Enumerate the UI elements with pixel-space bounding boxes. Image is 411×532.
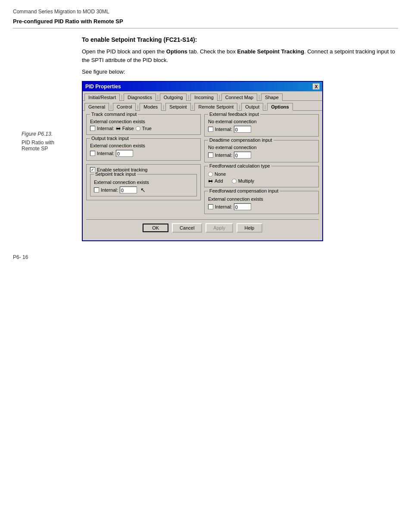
pid-body: Track command input External connection … [83,111,322,240]
dialog-title: PID Properties [85,84,121,90]
feedforward-comp-title: Feedforward compensation input [208,188,280,193]
tab-control[interactable]: Control [113,103,136,111]
ff-multiply-label: Multiply [238,178,254,184]
tab-initial-restart[interactable]: Initial/Restart [84,93,120,101]
page-footer: P6- 16 [13,254,398,260]
setpoint-internal-label: Internal: [101,187,118,193]
deadtime-input[interactable]: 0 [234,152,251,159]
ff-none-label: None [215,171,226,177]
tab-general[interactable]: General [84,103,109,111]
output-track-status: External connection exists [90,143,197,148]
feedforward-comp-group: Feedforward compensation input External … [204,191,319,214]
deadtime-title: Deadtime compensation input [208,137,274,143]
feedforward-calc-group: Feedforward calculation type None Add [204,166,319,187]
ff-add-radio[interactable] [208,179,213,184]
see-figure: See figure below: [82,68,398,75]
figure-caption: PID Ratio with Remote SP [22,140,73,152]
tab-row-2: General | Control | Modes | Setpoint | R… [83,101,322,111]
ext-feedback-checkbox[interactable] [208,127,213,132]
intro-heading: To enable Setpoint Tracking (FC21-S14): [82,36,398,43]
ff-none-radio[interactable] [208,172,213,177]
ff-comp-status: External connection exists [208,196,315,202]
deadtime-group: Deadtime compensation input No external … [204,140,319,162]
cancel-button[interactable]: Cancel [172,223,202,233]
right-column: External feedback input No external conn… [204,114,319,218]
tab-modes[interactable]: Modes [140,103,162,111]
track-internal-checkbox[interactable] [90,126,95,131]
track-true-label: True [142,126,152,131]
section-heading: Pre-configured PID Ratio with Remote SP [13,18,398,25]
external-feedback-group: External feedback input No external conn… [204,114,319,137]
setpoint-track-title: Setpoint track input [94,171,137,177]
output-track-group: Output track input External connection e… [86,138,201,161]
ext-feedback-input[interactable]: 0 [234,126,251,133]
close-button[interactable]: X [313,84,320,90]
tab-outgoing[interactable]: Outgoing [160,93,187,101]
track-false-label: False [122,126,134,131]
cursor-icon: ↖ [140,187,146,193]
track-command-title: Track command input [90,112,138,117]
divider [13,28,398,28]
track-command-status: External connection exists [90,119,197,124]
tab-output[interactable]: Output [241,103,263,111]
feedforward-calc-title: Feedforward calculation type [208,163,271,168]
ext-feedback-label: Internal: [215,127,232,132]
ff-comp-input[interactable]: 0 [234,203,251,210]
setpoint-track-status: External connection exists [94,180,193,185]
figure-label: Figure P6.13. [22,131,73,137]
setpoint-internal-checkbox[interactable] [94,187,99,193]
doc-title: Command Series Migration to MOD 30ML [13,9,398,15]
ff-comp-checkbox[interactable] [208,204,213,209]
ok-button[interactable]: OK [143,224,168,232]
intro-para: Open the PID block and open the Options … [82,47,398,64]
setpoint-internal-input[interactable]: 0 [120,187,137,193]
output-internal-input[interactable]: 0 [116,150,133,157]
deadtime-label: Internal: [215,152,232,158]
ff-comp-label: Internal: [215,204,232,209]
ff-multiply-radio[interactable] [232,179,237,184]
tab-incoming[interactable]: Incoming [190,93,218,101]
deadtime-checkbox[interactable] [208,152,213,158]
tab-options[interactable]: Options [267,103,293,111]
tab-connect-map[interactable]: Connect Map [221,93,257,101]
tab-shape[interactable]: Shape [261,93,283,101]
dialog-buttons: OK Cancel Apply Help [86,219,319,237]
setpoint-track-subgroup: Setpoint track input External connection… [90,174,197,196]
external-feedback-title: External feedback input [208,112,260,117]
tab-setpoint[interactable]: Setpoint [165,103,190,111]
track-command-group: Track command input External connection … [86,114,201,135]
deadtime-status: No external connection [208,145,315,150]
track-true-radio[interactable] [136,126,140,131]
left-column: Track command input External connection … [86,114,201,218]
pid-titlebar: PID Properties X [83,82,322,91]
tab-row-1: Initial/Restart | Diagnostics | Outgoing… [83,91,322,101]
external-feedback-status: No external connection [208,119,315,124]
tab-diagnostics[interactable]: Diagnostics [124,93,156,101]
output-internal-label: Internal: [97,151,114,156]
apply-button[interactable]: Apply [206,223,233,233]
enable-setpoint-group: Enable setpoint tracking Setpoint track … [86,164,201,200]
pid-dialog: PID Properties X Initial/Restart | Diagn… [82,81,323,241]
help-button[interactable]: Help [237,223,262,233]
track-false-radio[interactable] [116,126,121,131]
output-internal-checkbox[interactable] [90,151,95,156]
ff-add-label: Add [215,178,223,184]
track-internal-label: Internal: [97,126,114,131]
output-track-title: Output track input [90,136,130,141]
tab-remote-setpoint[interactable]: Remote Setpoint [194,103,237,111]
